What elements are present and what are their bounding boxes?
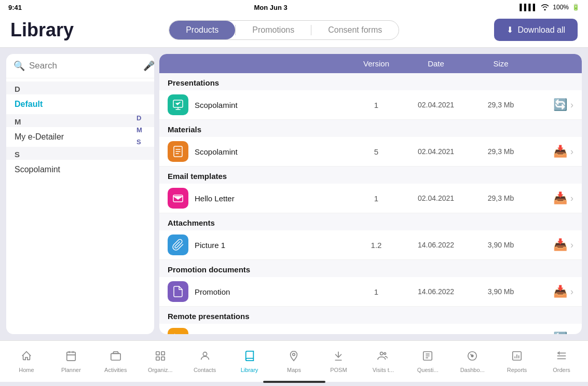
section-remote-presentations: Remote presentations	[159, 307, 582, 324]
nav-questi[interactable]: Questi...	[409, 350, 446, 373]
search-bar: 🔍 🎤	[6, 54, 154, 78]
main-content: 🔍 🎤 D Default M My e-Detailer S Scopolam…	[0, 48, 588, 340]
file-info: Scopolamint	[168, 141, 350, 162]
maps-label: Maps	[287, 367, 301, 373]
visits-icon	[377, 350, 389, 365]
table-row[interactable]: Hello Letter 1 02.04.2021 29,3 Mb 📥 ›	[159, 184, 582, 213]
contacts-icon	[199, 350, 211, 365]
tab-products[interactable]: Products	[169, 21, 235, 39]
file-date: 14.06.2022	[402, 287, 470, 296]
nav-organize[interactable]: Organiz...	[142, 350, 179, 373]
col-action-header	[532, 59, 573, 68]
table-row[interactable]: Promotion 1 14.06.2022 3,90 Mb 📥 ›	[159, 277, 582, 307]
status-time: 9:41	[8, 4, 22, 11]
sidebar-list: D Default M My e-Detailer S Scopolamint	[6, 78, 154, 183]
sidebar-item-scopolamint[interactable]: Scopolamint	[6, 160, 154, 180]
maps-icon	[288, 350, 299, 365]
mic-icon[interactable]: 🎤	[143, 60, 154, 72]
sidebar-item-my-edetailer[interactable]: My e-Detailer	[6, 127, 154, 147]
home-indicator	[263, 381, 325, 383]
section-presentations: Presentations	[159, 73, 582, 90]
battery-shape: 🔋	[572, 4, 580, 11]
nav-posm[interactable]: POSM	[320, 350, 357, 373]
nav-planner[interactable]: Planner	[52, 350, 90, 373]
posm-icon	[333, 350, 344, 365]
table-row[interactable]: Scopolamint 1 02.04.2021 29,3 Mb 🔄 ›	[159, 90, 582, 120]
file-icon-promotion	[168, 281, 188, 302]
sidebar-item-default[interactable]: Default	[6, 94, 154, 114]
reports-label: Reports	[507, 367, 527, 373]
svg-point-16	[471, 355, 473, 357]
chevron-button[interactable]: ›	[570, 240, 573, 251]
svg-point-12	[380, 352, 384, 355]
file-info: Hello Letter	[168, 188, 350, 209]
nav-maps[interactable]: Maps	[275, 350, 312, 373]
home-icon	[21, 350, 32, 365]
file-icon-remote	[168, 328, 188, 334]
bottom-nav: Home Planner Activities Organiz... Conta…	[0, 340, 588, 382]
sidebar-section-m: M	[6, 114, 154, 127]
reports-icon	[511, 350, 523, 365]
table-row[interactable]: Remote presentation 5 1 14.06.2022 3,90 …	[159, 324, 582, 334]
file-name: Promotion	[195, 287, 230, 296]
nav-library[interactable]: Library	[231, 350, 268, 373]
nav-reports[interactable]: Reports	[498, 350, 536, 373]
sidebar-section-d: D	[6, 81, 154, 94]
tab-consent[interactable]: Consent forms	[311, 21, 399, 39]
chevron-button[interactable]: ›	[570, 193, 573, 204]
download-all-button[interactable]: ⬇ Download all	[494, 19, 578, 41]
activities-label: Activities	[104, 367, 127, 373]
svg-rect-6	[156, 351, 159, 354]
search-input[interactable]	[29, 61, 139, 71]
svg-marker-3	[174, 334, 182, 334]
status-date: Mon Jun 3	[254, 4, 288, 11]
index-letter-m[interactable]: M	[136, 126, 142, 134]
questi-label: Questi...	[417, 367, 439, 373]
status-icons: ▌▌▌▌ 100% 🔋	[519, 3, 580, 12]
nav-orders[interactable]: Orders	[543, 350, 580, 373]
file-actions: 📥 ›	[532, 238, 573, 252]
file-size: 29,3 Mb	[470, 101, 532, 109]
nav-activities[interactable]: Activities	[97, 350, 134, 373]
download-doc-button[interactable]: 📥	[553, 145, 567, 158]
chevron-button[interactable]: ›	[570, 146, 573, 157]
svg-rect-8	[156, 356, 159, 360]
index-letter-d[interactable]: D	[136, 114, 142, 122]
sync-button[interactable]: 🔄	[553, 332, 567, 334]
chevron-button[interactable]: ›	[570, 333, 573, 335]
file-size: 3,90 Mb	[470, 241, 532, 249]
chevron-button[interactable]: ›	[570, 100, 573, 111]
file-version: 1	[350, 194, 402, 203]
download-doc-button[interactable]: 📥	[553, 238, 567, 252]
svg-rect-4	[67, 352, 76, 361]
file-size: 29,3 Mb	[470, 147, 532, 156]
nav-home[interactable]: Home	[8, 350, 45, 373]
index-letter-s[interactable]: S	[136, 138, 142, 146]
file-icon-email	[168, 188, 188, 209]
table-row[interactable]: Picture 1 1.2 14.06.2022 3,90 Mb 📥 ›	[159, 230, 582, 260]
file-size: 3,90 Mb	[470, 287, 532, 296]
nav-contacts[interactable]: Contacts	[186, 350, 224, 373]
nav-dashboard[interactable]: Dashbo...	[454, 350, 491, 373]
page-title: Library	[10, 19, 74, 41]
file-actions: 🔄 ›	[532, 332, 573, 334]
download-doc-button[interactable]: 📥	[553, 191, 567, 205]
section-promotion-docs: Promotion documents	[159, 260, 582, 277]
questi-icon	[422, 350, 433, 365]
dashboard-label: Dashbo...	[460, 367, 485, 373]
nav-visits[interactable]: Visits t...	[364, 350, 402, 373]
file-icon-presentation	[168, 94, 188, 115]
file-date: 02.04.2021	[402, 194, 470, 202]
file-size: 29,3 Mb	[470, 194, 532, 202]
file-icon-material	[168, 141, 188, 162]
table-row[interactable]: Scopolamint 5 02.04.2021 29,3 Mb 📥 ›	[159, 137, 582, 167]
download-doc-button[interactable]: 📥	[553, 285, 567, 298]
home-label: Home	[19, 367, 34, 373]
organize-label: Organiz...	[148, 367, 173, 373]
chevron-button[interactable]: ›	[570, 286, 573, 297]
col-size-header: Size	[470, 59, 532, 68]
tab-promotions[interactable]: Promotions	[236, 21, 311, 39]
sync-button[interactable]: 🔄	[553, 98, 567, 112]
section-materials: Materials	[159, 120, 582, 137]
col-version-header: Version	[350, 59, 402, 68]
